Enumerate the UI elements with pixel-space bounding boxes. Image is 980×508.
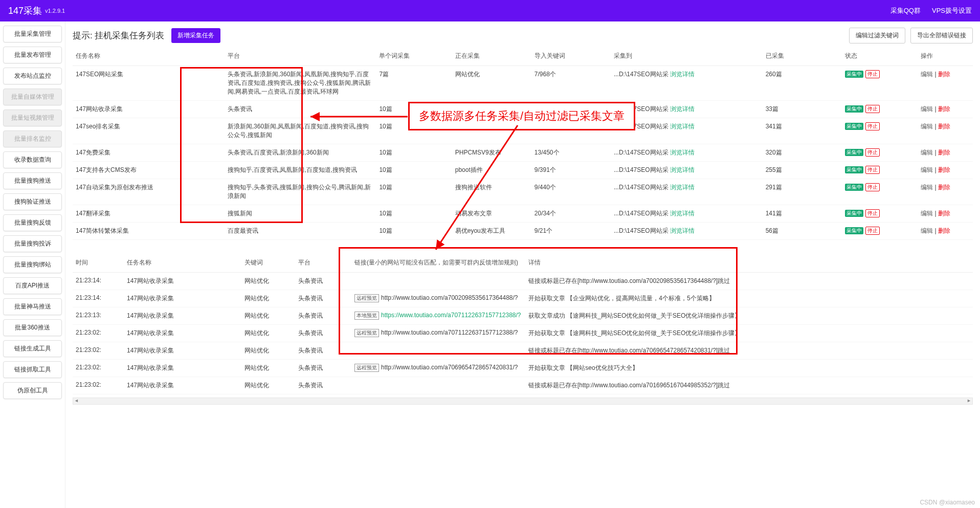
stop-button[interactable]: 停止 xyxy=(865,105,880,113)
browse-detail-link[interactable]: 浏览详情 xyxy=(670,184,695,191)
stop-button[interactable]: 停止 xyxy=(865,183,880,191)
log-detail: 链接或标题已存在[http://www.toutiao.com/a7069654… xyxy=(525,342,973,360)
state-badge: 采集中 xyxy=(845,71,863,78)
edit-link[interactable]: 编辑 xyxy=(921,123,933,130)
preview-badge[interactable]: 远程预览 xyxy=(354,294,379,302)
log-link[interactable]: http://www.toutiao.com/a7069654728657420… xyxy=(381,364,518,371)
preview-badge[interactable]: 远程预览 xyxy=(354,329,379,337)
sidebar-item-1[interactable]: 批量发布管理 xyxy=(3,47,62,63)
export-error-links-button[interactable]: 导出全部错误链接 xyxy=(910,28,973,43)
log-row: 21:23:14:147网站收录采集网站优化头条资讯远程预览http://www… xyxy=(73,290,973,307)
delete-link[interactable]: 删除 xyxy=(938,123,950,130)
task-table: 任务名称 平台 单个词采集 正在采集 导入关键词 采集到 已采集 状态 操作 1… xyxy=(73,49,973,240)
browse-detail-link[interactable]: 浏览详情 xyxy=(670,105,695,113)
browse-detail-link[interactable]: 浏览详情 xyxy=(670,210,695,217)
task-row: 147支持各大CMS发布搜狗知乎,百度资讯,凤凰新闻,百度知道,搜狗资讯10篇p… xyxy=(73,162,973,179)
log-detail: 开始获取文章 【网站seo优化技巧大全】 xyxy=(525,360,973,377)
horizontal-scrollbar[interactable] xyxy=(73,397,973,405)
cell-platform: 新浪新闻,360新闻,凤凰新闻,百度知道,搜狗资讯,搜狗公众号,搜狐新闻 xyxy=(225,118,376,144)
sidebar-item-13[interactable]: 批量神马推送 xyxy=(3,298,62,315)
cell-state: 采集中停止 xyxy=(842,66,918,101)
edit-link[interactable]: 编辑 xyxy=(921,149,933,156)
preview-badge[interactable]: 远程预览 xyxy=(354,364,379,372)
cell-keywords: 7/961个 xyxy=(531,118,611,144)
cell-keywords: 7/968个 xyxy=(531,66,611,101)
delete-link[interactable]: 删除 xyxy=(938,105,950,113)
col-collect-to: 采集到 xyxy=(611,49,763,66)
browse-detail-link[interactable]: 浏览详情 xyxy=(670,123,695,130)
sidebar-item-16[interactable]: 链接抓取工具 xyxy=(3,361,62,378)
delete-link[interactable]: 删除 xyxy=(938,184,950,191)
delete-link[interactable]: 删除 xyxy=(938,166,950,173)
browse-detail-link[interactable]: 浏览详情 xyxy=(670,227,695,234)
delete-link[interactable]: 删除 xyxy=(938,149,950,156)
sidebar-item-8[interactable]: 搜狗验证推送 xyxy=(3,193,62,210)
task-row: 147自动采集为原创发布推送搜狗知乎,头条资讯,搜狐新闻,搜狗公众号,腾讯新闻,… xyxy=(73,179,973,205)
cell-crawling: 搜狗推送软件 xyxy=(452,179,531,205)
sidebar-item-10[interactable]: 批量搜狗投诉 xyxy=(3,235,62,252)
sidebar-item-17[interactable]: 伪原创工具 xyxy=(3,382,62,399)
sidebar-item-9[interactable]: 批量搜狗反馈 xyxy=(3,214,62,231)
logcol-detail: 详情 xyxy=(525,255,973,273)
cell-keywords: 9/21个 xyxy=(531,223,611,240)
col-platform: 平台 xyxy=(225,49,376,66)
log-link[interactable]: https://www.toutiao.com/a707112263715771… xyxy=(381,312,521,319)
stop-button[interactable]: 停止 xyxy=(865,227,880,235)
link-vps-settings[interactable]: VPS拨号设置 xyxy=(932,6,972,15)
cell-name: 147自动采集为原创发布推送 xyxy=(73,179,225,205)
sidebar-item-0[interactable]: 批量采集管理 xyxy=(3,26,62,42)
cell-name: 147SEO网站采集 xyxy=(73,66,225,101)
log-row: 21:23:13:147网站收录采集网站优化头条资讯本地预览https://ww… xyxy=(73,307,973,325)
sidebar-item-2[interactable]: 发布站点监控 xyxy=(3,68,62,84)
cell-count: 341篇 xyxy=(763,118,842,144)
stop-button[interactable]: 停止 xyxy=(865,148,880,157)
new-task-button[interactable]: 新增采集任务 xyxy=(171,28,220,43)
stop-button[interactable]: 停止 xyxy=(865,122,880,130)
delete-link[interactable]: 删除 xyxy=(938,71,950,78)
cell-name: 147免费采集 xyxy=(73,144,225,162)
col-single: 单个词采集 xyxy=(376,49,452,66)
cell-state: 采集中停止 xyxy=(842,118,918,144)
state-badge: 采集中 xyxy=(845,123,863,130)
sidebar-item-11[interactable]: 批量搜狗绑站 xyxy=(3,256,62,273)
sidebar-item-15[interactable]: 链接生成工具 xyxy=(3,340,62,357)
delete-link[interactable]: 删除 xyxy=(938,210,950,217)
stop-button[interactable]: 停止 xyxy=(865,209,880,217)
delete-link[interactable]: 删除 xyxy=(938,227,950,234)
browse-detail-link[interactable]: 浏览详情 xyxy=(670,71,695,78)
log-link[interactable]: http://www.toutiao.com/a7071122637157712… xyxy=(381,329,518,336)
cell-single: 10篇 xyxy=(376,144,452,162)
browse-detail-link[interactable]: 浏览详情 xyxy=(670,166,695,173)
sidebar-item-14[interactable]: 批量360推送 xyxy=(3,319,62,336)
sidebar-item-7[interactable]: 批量搜狗推送 xyxy=(3,172,62,189)
cell-name: 147支持各大CMS发布 xyxy=(73,162,225,179)
browse-detail-link[interactable]: 浏览详情 xyxy=(670,149,695,156)
col-op: 操作 xyxy=(918,49,973,66)
sidebar-item-12[interactable]: 百度API推送 xyxy=(3,277,62,294)
cell-platform: 头条资讯 xyxy=(225,101,376,118)
edit-link[interactable]: 编辑 xyxy=(921,71,933,78)
cell-state: 采集中停止 xyxy=(842,162,918,179)
edit-link[interactable]: 编辑 xyxy=(921,227,933,234)
sidebar-item-3: 批量自媒体管理 xyxy=(3,89,62,105)
link-qq-group[interactable]: 采集QQ群 xyxy=(890,6,921,15)
panel-header: 提示: 挂机采集任务列表 新增采集任务 编辑过滤关键词 导出全部错误链接 xyxy=(73,28,973,43)
log-plat: 头条资讯 xyxy=(295,342,351,360)
stop-button[interactable]: 停止 xyxy=(865,166,880,174)
log-task: 147网站收录采集 xyxy=(124,377,241,394)
cell-crawling: 网站优化 xyxy=(452,66,531,101)
edit-link[interactable]: 编辑 xyxy=(921,105,933,113)
log-kw: 网站优化 xyxy=(241,307,295,325)
edit-filter-keywords-button[interactable]: 编辑过滤关键词 xyxy=(849,28,905,43)
cell-keywords: 9/391个 xyxy=(531,162,611,179)
cell-single: 10篇 xyxy=(376,179,452,205)
cell-crawling: PHPCMSV9发布 xyxy=(452,144,531,162)
edit-link[interactable]: 编辑 xyxy=(921,184,933,191)
stop-button[interactable]: 停止 xyxy=(865,70,880,78)
edit-link[interactable]: 编辑 xyxy=(921,166,933,173)
preview-badge[interactable]: 本地预览 xyxy=(354,312,379,320)
log-link[interactable]: http://www.toutiao.com/a7002098535617364… xyxy=(381,294,518,301)
cell-state: 采集中停止 xyxy=(842,205,918,223)
sidebar-item-6[interactable]: 收录数据查询 xyxy=(3,151,62,168)
edit-link[interactable]: 编辑 xyxy=(921,210,933,217)
